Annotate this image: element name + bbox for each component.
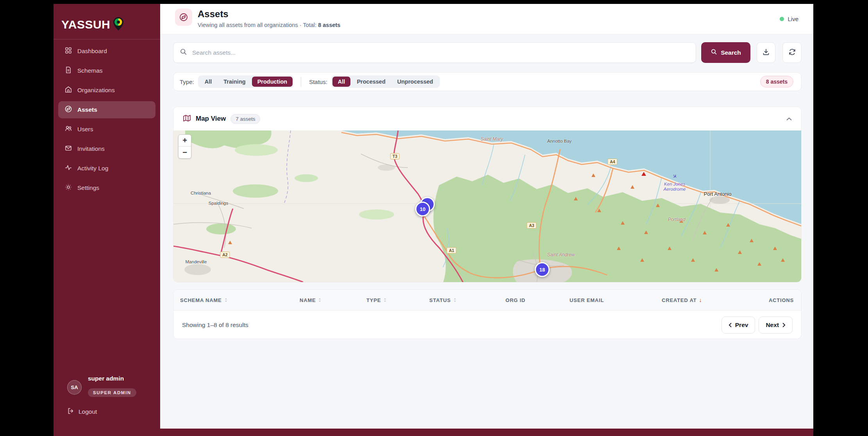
sidebar-item-label: Users [77, 126, 93, 133]
type-chip-training[interactable]: Training [218, 77, 251, 87]
logout-label: Logout [79, 408, 97, 415]
status-filter-label: Status: [309, 79, 327, 85]
refresh-icon [788, 48, 796, 57]
collapse-chevron-up-icon[interactable] [786, 117, 792, 121]
type-filter-group: All Training Production [198, 75, 294, 88]
sidebar-item-activity-log[interactable]: Activity Log [58, 160, 155, 177]
map-view-header: Map View 7 assets [173, 107, 801, 130]
column-header-created-at[interactable]: CREATED AT ↓ [662, 289, 702, 311]
sidebar-item-settings[interactable]: Settings [58, 179, 155, 197]
status-chip-all[interactable]: All [332, 77, 351, 87]
sidebar-item-label: Activity Log [77, 165, 108, 172]
refresh-button[interactable] [782, 42, 802, 63]
sort-icon [383, 298, 387, 302]
sidebar-item-dashboard[interactable]: Dashboard [58, 43, 155, 60]
page-subtitle-text: Viewing all assets from all organization… [198, 22, 316, 28]
next-label: Next [766, 322, 779, 329]
filter-divider [301, 77, 301, 86]
column-header-name[interactable]: NAME [300, 289, 321, 311]
search-field[interactable] [173, 42, 696, 63]
sidebar-item-label: Invitations [77, 145, 105, 152]
sidebar-item-assets[interactable]: Assets [58, 101, 155, 118]
compass-icon [64, 105, 72, 114]
sidebar-item-organizations[interactable]: Organizations [58, 82, 155, 99]
type-filter-label: Type: [180, 79, 194, 85]
table-header-row: SCHEMA NAME NAME TYPE STATUS ORG ID [173, 289, 801, 311]
main-content: Assets Viewing all assets from all organ… [160, 4, 813, 429]
table-footer: Showing 1–8 of 8 results Prev Next [173, 311, 801, 339]
building-icon [64, 86, 72, 95]
brand-name: YASSUH [61, 18, 110, 31]
status-chip-processed[interactable]: Processed [351, 77, 391, 87]
basemap-svg: ✈ [173, 130, 802, 282]
column-header-schema-name[interactable]: SCHEMA NAME [180, 289, 228, 311]
logout-icon [67, 407, 75, 416]
marker-cluster-10[interactable]: 10 [415, 202, 430, 216]
marker-cluster-18[interactable]: 18 [535, 262, 550, 277]
page-subtitle: Viewing all assets from all organization… [198, 22, 340, 28]
column-header-org-id[interactable]: ORG ID [505, 289, 525, 311]
page-header: Assets Viewing all assets from all organ… [160, 4, 813, 34]
column-label: STATUS [429, 297, 451, 303]
column-label: CREATED AT [662, 297, 697, 303]
sort-icon [224, 298, 228, 302]
sidebar-nav: Dashboard Schemas Organizations Assets U… [54, 43, 160, 199]
map-label-annotto-bay: Annotto Bay [547, 139, 572, 143]
brand-logo: YASSUH [54, 4, 160, 35]
column-label: ORG ID [505, 297, 525, 303]
map-canvas[interactable]: ✈ Christiana Spaldings Mandeville Saint … [173, 130, 802, 282]
type-chip-production[interactable]: Production [252, 77, 293, 87]
sidebar-item-label: Settings [77, 184, 99, 191]
sidebar-item-users[interactable]: Users [58, 121, 155, 138]
column-header-actions: ACTIONS [769, 289, 794, 311]
search-icon [180, 48, 187, 57]
column-header-status[interactable]: STATUS [429, 289, 457, 311]
status-chip-unprocessed[interactable]: Unprocessed [392, 77, 439, 87]
search-button-icon [711, 48, 717, 57]
search-input[interactable] [192, 49, 696, 56]
grid-icon [64, 46, 72, 56]
road-shield-a3: A3 [527, 222, 536, 229]
sidebar: YASSUH Dashboard Schemas [54, 4, 160, 436]
search-button-label: Search [721, 49, 741, 56]
envelope-icon [64, 144, 72, 154]
live-dot-icon [780, 17, 784, 21]
pagination: Prev Next [722, 316, 793, 334]
assets-page-icon [175, 9, 192, 26]
sidebar-item-schemas[interactable]: Schemas [58, 62, 155, 79]
type-chip-all[interactable]: All [199, 77, 218, 87]
logout-button[interactable]: Logout [67, 407, 160, 416]
zoom-out-button[interactable]: − [179, 147, 191, 158]
live-label: Live [788, 16, 798, 22]
map-label-saint-andrew: Saint Andrew [547, 252, 575, 257]
search-button[interactable]: Search [701, 42, 750, 63]
app-window: YASSUH Dashboard Schemas [54, 4, 813, 436]
page-subtitle-total: 8 assets [318, 22, 340, 28]
column-header-type[interactable]: TYPE [366, 289, 387, 311]
road-shield-a1: A1 [447, 247, 456, 254]
role-badge: SUPER ADMIN [88, 388, 136, 397]
sidebar-item-label: Schemas [77, 67, 103, 74]
map-zoom-control: + − [178, 134, 191, 159]
map-label-ken-jones-aerodrome: Ken Jones Aerodrome [658, 182, 691, 192]
column-label: TYPE [366, 297, 381, 303]
sidebar-divider [54, 39, 160, 39]
page-title: Assets [198, 9, 229, 20]
user-name: super admin [88, 375, 136, 382]
prev-page-button[interactable]: Prev [722, 316, 755, 334]
column-label: NAME [300, 297, 316, 303]
sidebar-item-invitations[interactable]: Invitations [58, 140, 155, 157]
map-label-saint-mary: Saint Mary [480, 136, 503, 142]
zoom-in-button[interactable]: + [179, 135, 191, 147]
sidebar-item-label: Organizations [77, 87, 115, 94]
map-pin-logo-icon [113, 17, 123, 32]
map-label-portland: Portland [668, 217, 686, 222]
column-header-user-email[interactable]: USER EMAIL [570, 289, 604, 311]
live-status: Live [780, 16, 798, 22]
next-page-button[interactable]: Next [759, 316, 793, 334]
assets-count-badge: 8 assets [760, 76, 793, 88]
download-button[interactable] [757, 42, 775, 63]
avatar: SA [67, 380, 82, 395]
map-label-port-antonio: Port Antonio [704, 191, 732, 197]
activity-icon [64, 164, 72, 173]
